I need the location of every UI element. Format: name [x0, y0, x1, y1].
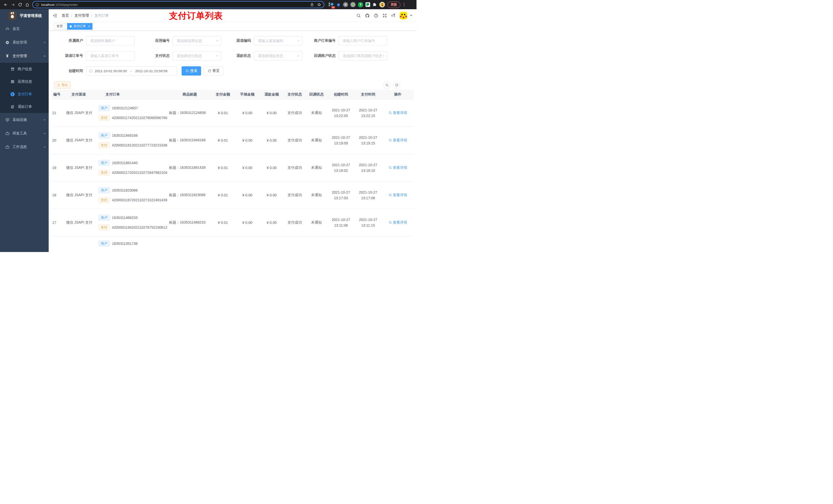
command-extension-icon[interactable]: ⌘	[343, 2, 348, 7]
sidebar-item-refund-order[interactable]: 退款订单	[0, 100, 49, 113]
extensions-puzzle-icon[interactable]	[373, 2, 377, 7]
sidebar-item-pay-order[interactable]: ¥ 支付订单	[0, 88, 49, 100]
close-icon[interactable]: ×	[88, 25, 90, 28]
table-row: 19 微信 JSAPI 支付 商户1635311881440 支付4200001…	[51, 154, 414, 182]
forward-icon[interactable]	[9, 1, 16, 8]
font-size-icon[interactable]: TT	[391, 13, 396, 18]
toggle-search-button[interactable]	[383, 81, 390, 89]
search-icon[interactable]	[356, 13, 361, 18]
refresh-button[interactable]	[393, 81, 400, 89]
chat-extension-icon[interactable]	[365, 2, 370, 7]
active-dot	[70, 25, 72, 27]
sidebar-item-system[interactable]: 系统管理	[0, 35, 49, 49]
create-time-range-input[interactable]: 2021-10-01 00:00:00 - 2021-10-31 23:59:5…	[86, 66, 177, 75]
pay-tag: 支付	[98, 224, 110, 231]
col-action: 操作	[382, 92, 414, 97]
share-icon[interactable]	[310, 3, 314, 7]
merchant-tag: 商户	[98, 215, 110, 221]
url-text: localhost:1024/pay/order	[41, 3, 78, 7]
view-detail-link[interactable]: 查看详情	[388, 193, 407, 197]
pay-tag: 支付	[98, 197, 110, 203]
view-detail-link[interactable]: 查看详情	[388, 165, 407, 170]
refund-status-select[interactable]	[254, 51, 303, 61]
update-button[interactable]: 更新	[387, 2, 400, 8]
pay-status: 支付成功	[284, 138, 306, 143]
col-fee: 手续金额	[235, 92, 260, 97]
breadcrumb-payment[interactable]: 支付管理	[74, 13, 89, 18]
payment-submenu: 商户信息 应用信息 ¥ 支付订单 退款订单	[0, 63, 49, 113]
sidebar-item-app-info[interactable]: 应用信息	[0, 75, 49, 88]
tag-home[interactable]: 首页	[54, 23, 65, 30]
search-button[interactable]: 搜索	[182, 66, 201, 75]
chevron-down-icon	[381, 54, 385, 57]
sidebar-item-payment[interactable]: ¥ 支付管理	[0, 49, 49, 63]
col-create-time: 创建时间	[327, 92, 355, 97]
sidebar-item-workflow[interactable]: 工作流程	[0, 140, 49, 154]
content: 所属商户 应用编号 渠道编码 商户订单编号 渠道订单号 支付状态	[49, 31, 416, 252]
chevron-down-icon	[43, 118, 46, 121]
reset-button[interactable]: 重置	[204, 66, 223, 75]
sidebar-fold-icon[interactable]	[52, 13, 57, 18]
sidebar-item-merchant-info[interactable]: 商户信息	[0, 63, 49, 75]
export-button[interactable]: 导出	[54, 81, 71, 89]
pay-tag: 支付	[98, 170, 110, 176]
tag-pay-order[interactable]: 支付订单×	[67, 23, 93, 30]
table-toolbar: 导出	[49, 81, 416, 89]
breadcrumb: 首页 / 支付管理 / 支付订单	[62, 13, 109, 18]
pin-extension-icon[interactable]	[337, 3, 341, 7]
channel-order-no-input[interactable]	[86, 51, 135, 61]
sidebar-item-dev-tools[interactable]: 研发工具	[0, 126, 49, 140]
profile-avatar-icon[interactable]	[379, 2, 385, 7]
chevron-up-icon	[43, 54, 46, 57]
merchant-order-no-input[interactable]	[339, 36, 387, 45]
fullscreen-icon[interactable]	[382, 13, 387, 18]
url-bar[interactable]: localhost:1024/pay/order	[32, 1, 324, 8]
user-avatar[interactable]	[400, 12, 407, 20]
view-detail-link[interactable]: 查看详情	[388, 138, 407, 143]
y-extension-icon[interactable]: Y	[358, 2, 363, 7]
yen-icon: ¥	[5, 54, 9, 58]
breadcrumb-home[interactable]: 首页	[62, 13, 69, 18]
avatar-caret-icon[interactable]	[410, 15, 412, 16]
label-pay-status: 支付状态	[135, 53, 173, 58]
label-channel-code: 渠道编码	[221, 39, 254, 43]
pay-tag: 支付	[98, 115, 110, 121]
col-refund: 退款金额	[260, 92, 284, 97]
merchant-tag: 商户	[98, 133, 110, 139]
info-icon[interactable]	[35, 3, 39, 7]
browser-menu-icon[interactable]	[403, 3, 405, 6]
dashboard-icon	[5, 27, 9, 31]
extension-badge-icon[interactable]: 10	[328, 2, 334, 7]
pay-status-select[interactable]	[173, 51, 221, 61]
navbar-actions: TT	[356, 12, 412, 20]
view-detail-link[interactable]: 查看详情	[388, 220, 407, 225]
breadcrumb-current: 支付订单	[95, 13, 109, 18]
view-detail-link[interactable]: 查看详情	[388, 111, 407, 115]
merchant-tag: 商户	[98, 160, 110, 166]
reload-icon[interactable]	[16, 1, 24, 8]
merchant-input[interactable]	[86, 36, 135, 45]
col-channel: 支付渠道	[59, 92, 98, 97]
col-order: 支付订单	[98, 92, 169, 97]
label-merchant: 所属商户	[49, 39, 86, 43]
home-icon[interactable]	[24, 1, 31, 8]
sidebar-item-home[interactable]: 首页	[0, 22, 49, 35]
recorder-extension-icon[interactable]	[351, 2, 356, 7]
label-refund-status: 退款状态	[221, 53, 254, 58]
help-icon[interactable]	[374, 13, 378, 18]
app-select[interactable]	[173, 36, 221, 45]
back-icon[interactable]	[2, 1, 9, 8]
col-title: 商品标题	[169, 92, 211, 97]
bookmark-star-icon[interactable]	[317, 3, 321, 7]
callback-status-select[interactable]	[339, 51, 387, 61]
label-create-time: 创建时间	[49, 69, 86, 73]
download-icon	[57, 83, 60, 87]
notify-status: 未通知	[306, 138, 327, 143]
github-icon[interactable]	[365, 13, 370, 18]
channel-code-select[interactable]	[254, 36, 303, 45]
sidebar-item-infrastructure[interactable]: 基础设施	[0, 113, 49, 126]
app-logo: 芋道管理系统	[0, 9, 49, 22]
search-icon	[388, 111, 392, 115]
document-icon	[10, 104, 15, 109]
screen: localhost:1024/pay/order 10 ⌘ Y 更新 芋道管理系…	[0, 0, 416, 252]
